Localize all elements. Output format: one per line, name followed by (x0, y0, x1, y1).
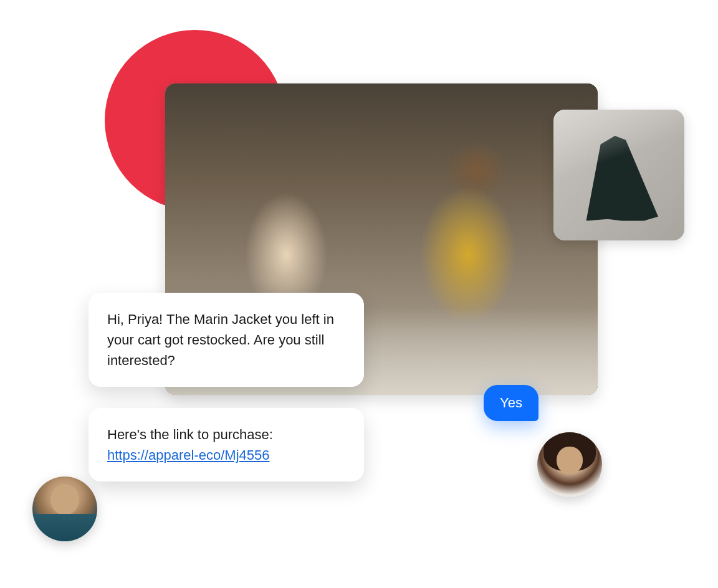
agent-message-bubble-2: Here's the link to purchase: https://app… (89, 408, 364, 481)
purchase-link[interactable]: https://apparel-eco/Mj4556 (107, 447, 270, 463)
agent-message-bubble-1: Hi, Priya! The Marin Jacket you left in … (89, 293, 364, 387)
agent-message-text-2: Here's the link to purchase: (107, 427, 273, 442)
marketing-composition: Hi, Priya! The Marin Jacket you left in … (0, 0, 718, 588)
customer-avatar (537, 432, 602, 497)
agent-message-text-1: Hi, Priya! The Marin Jacket you left in … (107, 311, 334, 368)
agent-avatar (32, 477, 97, 541)
shopping-bags-photo (553, 110, 684, 240)
customer-reply-text: Yes (500, 395, 522, 410)
customer-reply-bubble: Yes (484, 385, 538, 421)
